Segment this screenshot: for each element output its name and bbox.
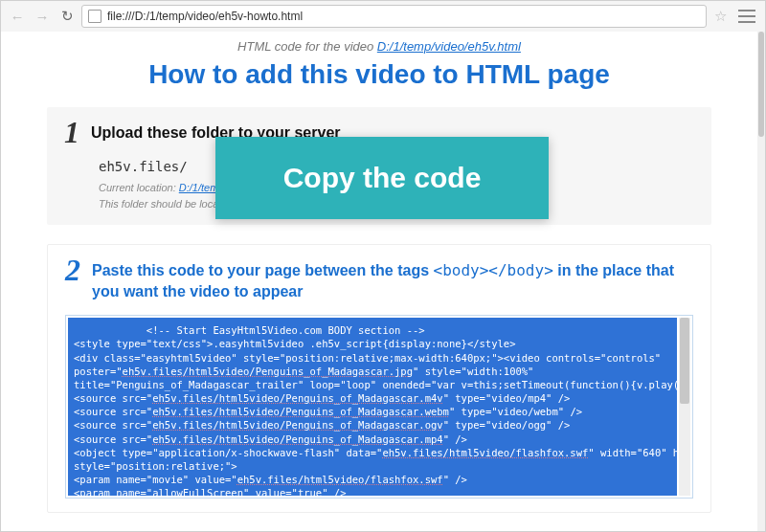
bookmark-star-icon[interactable]: ☆ xyxy=(710,8,731,25)
page-scrollbar-thumb[interactable] xyxy=(758,32,764,137)
location-label: Current location: xyxy=(99,182,179,193)
page-content: HTML code for the video D:/1/temp/video/… xyxy=(1,32,757,531)
location-link[interactable]: D:/1/tem xyxy=(179,182,219,193)
hamburger-menu-icon[interactable] xyxy=(734,8,759,25)
embed-code-text[interactable]: <!-- Start EasyHtml5Video.com BODY secti… xyxy=(68,318,677,496)
browser-window: ← → ↻ file:///D:/1/temp/video/eh5v-howto… xyxy=(0,0,766,532)
subtitle-link[interactable]: D:/1/temp/video/eh5v.html xyxy=(377,39,521,54)
step-2-heading: Paste this code to your page between the… xyxy=(92,255,693,301)
code-scrollbar-thumb[interactable] xyxy=(680,318,689,404)
back-button[interactable]: ← xyxy=(7,6,28,27)
address-bar[interactable]: file:///D:/1/temp/video/eh5v-howto.html xyxy=(81,5,707,28)
step-1-number: 1 xyxy=(64,117,79,147)
browser-toolbar: ← → ↻ file:///D:/1/temp/video/eh5v-howto… xyxy=(1,1,765,33)
overlay-tooltip: Copy the code xyxy=(215,137,549,219)
step-2-card: 2 Paste this code to your page between t… xyxy=(47,244,711,513)
code-scrollbar[interactable] xyxy=(679,318,690,496)
file-icon xyxy=(88,10,101,23)
page-subtitle: HTML code for the video D:/1/temp/video/… xyxy=(1,39,757,54)
overlay-text: Copy the code xyxy=(283,162,482,194)
folder-hint-text: This folder should be loca xyxy=(99,198,218,210)
page-title: How to add this video to HTML page xyxy=(1,59,757,90)
subtitle-text: HTML code for the video xyxy=(237,39,377,54)
url-text: file:///D:/1/temp/video/eh5v-howto.html xyxy=(107,10,303,23)
reload-button[interactable]: ↻ xyxy=(56,6,78,27)
page-scrollbar[interactable] xyxy=(757,32,765,531)
embed-code-box: <!-- Start EasyHtml5Video.com BODY secti… xyxy=(65,315,693,499)
forward-button[interactable]: → xyxy=(32,6,53,27)
step-2-number: 2 xyxy=(65,255,80,285)
